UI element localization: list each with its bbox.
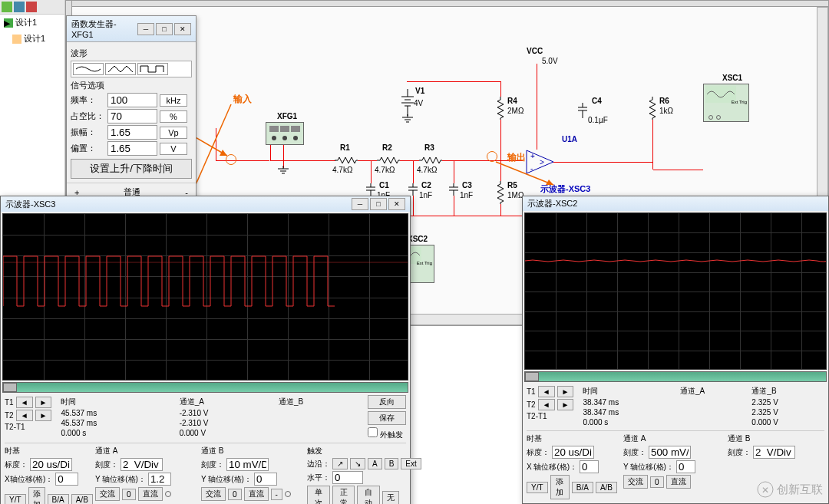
osc3-screen[interactable] <box>2 213 408 380</box>
yt-button[interactable]: Y/T <box>527 482 548 493</box>
t1-left-button[interactable]: ◄ <box>538 386 555 397</box>
trig-b-button[interactable]: B <box>385 458 399 469</box>
reverse-button[interactable]: 反向 <box>368 395 406 409</box>
ext-trig-label: Ext Trig <box>417 261 432 265</box>
ab-button[interactable]: A/B <box>71 494 93 505</box>
ypos-a-input[interactable] <box>676 460 695 473</box>
triangle-wave-button[interactable] <box>105 63 136 75</box>
osc2-time-slider[interactable] <box>524 371 827 382</box>
none-button[interactable]: 无 <box>382 491 399 504</box>
offset-unit[interactable]: V <box>160 143 187 155</box>
amp-input[interactable] <box>107 125 157 140</box>
function-generator-dialog[interactable]: 函数发生器-XFG1 ─ □ ✕ 波形 信号选项 频率：kHz 占空比：% 振幅… <box>66 15 197 215</box>
rise-fall-button[interactable]: 设置上升/下降时间 <box>71 159 192 179</box>
offset-input[interactable] <box>107 141 157 156</box>
ext-trigger-checkbox[interactable] <box>368 427 378 437</box>
ba-button[interactable]: B/A <box>572 482 593 493</box>
osc2-titlebar[interactable]: 示波器-XSC2 <box>523 196 828 211</box>
add-button[interactable]: 添加 <box>550 475 570 499</box>
t1-right-button[interactable]: ► <box>557 386 574 397</box>
dialog-titlebar[interactable]: 函数发生器-XFG1 ─ □ ✕ <box>67 16 196 42</box>
ac-button[interactable]: 交流 <box>95 487 120 501</box>
tree-tool-icon[interactable] <box>26 2 37 12</box>
maximize-button[interactable]: □ <box>370 198 387 210</box>
zero-button[interactable]: 0 <box>650 476 664 488</box>
chb-scale-input[interactable] <box>753 446 795 459</box>
osc2-screen[interactable] <box>524 212 827 370</box>
dc-b-button[interactable]: 直流 <box>244 487 269 501</box>
ypos-a-input[interactable] <box>148 473 171 486</box>
tree-label: 设计1 <box>24 33 45 44</box>
wire <box>653 170 703 170</box>
zero-button[interactable]: 0 <box>122 489 136 500</box>
auto-button[interactable]: 自动 <box>357 486 380 504</box>
yt-button[interactable]: Y/T <box>5 494 26 505</box>
dt-time: 0.000 s <box>580 418 675 427</box>
close-button[interactable]: ✕ <box>388 198 405 210</box>
ab-button[interactable]: A/B <box>596 482 617 493</box>
freq-unit[interactable]: kHz <box>160 94 187 107</box>
trig-ext-button[interactable]: Ext <box>401 458 421 469</box>
terminal-icon[interactable] <box>285 491 291 497</box>
timebase-label: 时基 <box>527 433 617 444</box>
minimize-button[interactable]: ─ <box>352 198 368 210</box>
edge-fall-button[interactable]: ↘ <box>350 458 365 469</box>
t1-right-button[interactable]: ► <box>35 397 52 408</box>
cha-scale-input[interactable] <box>121 458 163 471</box>
oscilloscope-xsc2-window[interactable]: 示波器-XSC2 T1◄► T2◄► T2-T1 时间通道_A通道_B 38.3… <box>522 196 829 504</box>
cha-scale-label: 刻度： <box>623 447 646 458</box>
timebase-input[interactable] <box>552 446 594 459</box>
timebase-input[interactable] <box>30 458 72 471</box>
amp-unit[interactable]: Vp <box>160 127 187 139</box>
square-wave-button[interactable] <box>137 63 168 75</box>
ac-b-button[interactable]: 交流 <box>201 487 226 501</box>
r4 <box>497 97 504 120</box>
terminal-icon[interactable] <box>165 491 171 497</box>
tree-item-design-root[interactable]: ▶ 设计1 <box>0 15 64 31</box>
dc-button[interactable]: 直流 <box>138 487 163 501</box>
duty-input[interactable] <box>107 109 157 124</box>
t2-left-button[interactable]: ◄ <box>538 399 555 410</box>
t1-left-button[interactable]: ◄ <box>16 397 33 408</box>
close-button[interactable]: ✕ <box>174 23 191 35</box>
chb-label: 通道 B <box>728 433 812 444</box>
design-tree-panel[interactable]: ▶ 设计1 设计1 <box>0 0 65 199</box>
label-u1a: U1A <box>562 135 577 143</box>
save-button[interactable]: 保存 <box>368 411 406 425</box>
xpos-input[interactable] <box>580 460 599 473</box>
osc3-titlebar[interactable]: 示波器-XSC3 ─ □ ✕ <box>1 196 410 212</box>
minus-button[interactable]: - <box>271 489 282 500</box>
tree-tool-icon[interactable] <box>2 2 12 12</box>
tree-tool-icon[interactable] <box>14 2 25 12</box>
xfg1-instrument[interactable] <box>266 122 304 145</box>
single-button[interactable]: 单次 <box>307 486 330 504</box>
oscilloscope-xsc3-window[interactable]: 示波器-XSC3 ─ □ ✕ T1◄► T2◄► T2-T1 时间通道_A通道_… <box>0 196 411 504</box>
ypos-b-input[interactable] <box>254 473 277 486</box>
ba-button[interactable]: B/A <box>48 494 69 505</box>
normal-button[interactable]: 正常 <box>332 486 355 504</box>
level-input[interactable] <box>332 471 363 484</box>
add-button[interactable]: 添加 <box>28 487 45 504</box>
watermark-icon: ✕ <box>757 481 774 498</box>
tree-item-design-child[interactable]: 设计1 <box>0 31 64 47</box>
minimize-button[interactable]: ─ <box>137 23 154 35</box>
chb-scale-label: 刻度： <box>728 447 751 458</box>
osc3-time-slider[interactable] <box>2 382 408 393</box>
edge-rise-button[interactable]: ↗ <box>332 458 348 469</box>
t2-left-button[interactable]: ◄ <box>16 410 33 421</box>
cha-scale-input[interactable] <box>649 446 691 459</box>
t2-right-button[interactable]: ► <box>557 399 574 410</box>
maximize-button[interactable]: □ <box>156 23 173 35</box>
trig-a-button[interactable]: A <box>368 458 382 469</box>
t2-right-button[interactable]: ► <box>35 410 52 421</box>
chb-scale-input[interactable] <box>226 458 269 471</box>
sine-wave-button[interactable] <box>73 63 104 75</box>
xpos-input[interactable] <box>55 473 78 486</box>
ac-button[interactable]: 交流 <box>623 475 648 489</box>
dc-button[interactable]: 直流 <box>666 475 691 489</box>
freq-input[interactable] <box>107 93 157 107</box>
duty-unit[interactable]: % <box>160 110 187 123</box>
zero-b-button[interactable]: 0 <box>228 489 242 500</box>
wire <box>500 81 501 97</box>
xsc1-instrument[interactable]: Ext Trig <box>703 84 749 122</box>
